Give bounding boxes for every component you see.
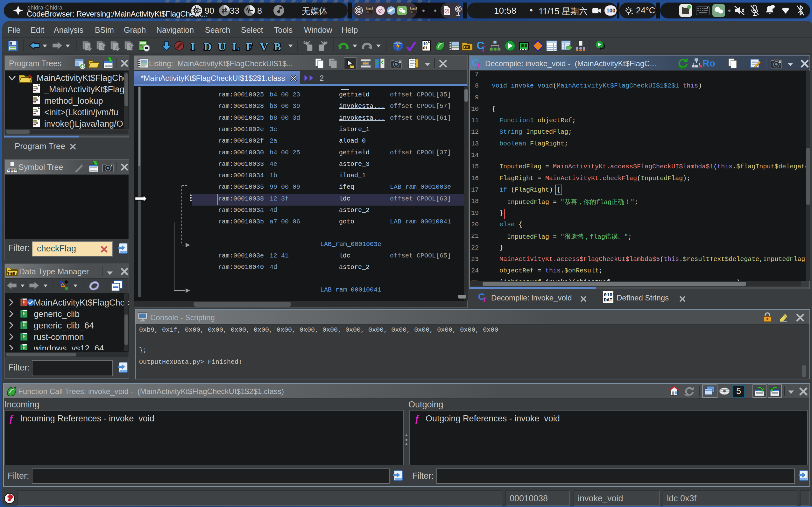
svg-text:>_: >_	[367, 11, 371, 14]
svg-text:f: f	[482, 45, 485, 52]
svg-text:01: 01	[423, 46, 427, 51]
svg-text:f: f	[483, 296, 486, 302]
svg-text:>_: >_	[411, 11, 415, 14]
svg-text:DAT: DAT	[604, 297, 613, 303]
svg-text:DT: DT	[464, 45, 469, 49]
svg-text:10: 10	[423, 42, 427, 47]
svg-text:0101: 0101	[604, 292, 614, 298]
svg-text:100: 100	[606, 8, 615, 14]
svg-text:DT: DT	[9, 272, 13, 275]
svg-text:f: f	[477, 62, 480, 69]
